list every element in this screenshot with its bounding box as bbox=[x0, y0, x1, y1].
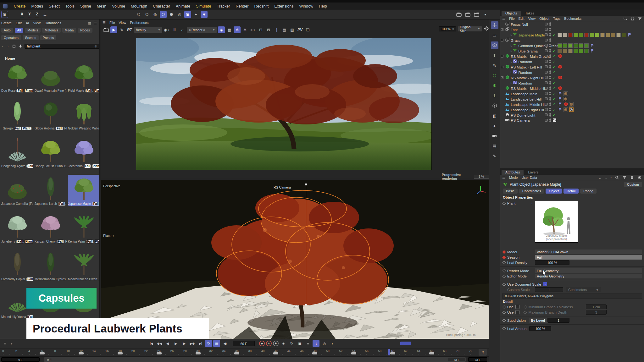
filter-chip-all[interactable]: All bbox=[15, 28, 24, 33]
asset-item[interactable]: Globe Robinia (Fall, Pl... bbox=[35, 99, 67, 130]
dither-icon[interactable]: ⠿ bbox=[171, 26, 178, 33]
material-thumbnail[interactable] bbox=[574, 43, 578, 48]
flag-tag-icon[interactable] bbox=[558, 102, 563, 106]
param-diamond-icon[interactable] bbox=[502, 319, 506, 322]
asset-item[interactable]: Japanese Larch (Fall, Pl... bbox=[35, 175, 67, 206]
enabled-check-icon[interactable]: ✓ bbox=[552, 113, 556, 117]
visibility-toggle-column[interactable] bbox=[545, 71, 548, 74]
om-menu-file[interactable]: File bbox=[509, 17, 515, 20]
object-tree-row[interactable]: └ Random✓ bbox=[500, 80, 644, 85]
rt-button[interactable]: RT bbox=[126, 26, 133, 33]
editor-render-dots[interactable] bbox=[549, 49, 551, 52]
material-thumbnail[interactable] bbox=[584, 43, 589, 48]
asset-menu-ai[interactable]: AI bbox=[26, 21, 29, 25]
panel-menu-icon[interactable]: ☰ bbox=[502, 16, 505, 20]
filter-chip-presets[interactable]: Presets bbox=[40, 35, 57, 40]
grid-icon[interactable]: ▦ bbox=[226, 26, 233, 33]
enabled-check-icon[interactable]: ✓ bbox=[552, 43, 556, 48]
tab-layers[interactable]: Layers bbox=[524, 170, 542, 175]
filter-chip-materials[interactable]: Materials bbox=[42, 28, 61, 33]
material-thumbnail[interactable] bbox=[606, 33, 610, 37]
keyframe-marker[interactable] bbox=[312, 352, 317, 354]
current-frame-field[interactable]: 60 F bbox=[233, 341, 255, 346]
key-scale-icon[interactable]: ▣ bbox=[296, 340, 303, 347]
fit-region-icon[interactable]: ⊠ bbox=[265, 26, 272, 33]
enabled-check-icon[interactable]: ✓ bbox=[552, 54, 556, 58]
asset-browser-sphere-icon[interactable]: ◕ bbox=[482, 11, 489, 18]
visibility-toggle-column[interactable] bbox=[545, 113, 548, 116]
timeline-scroll-indicator[interactable] bbox=[400, 342, 411, 345]
cube-tool-icon[interactable] bbox=[491, 41, 498, 49]
material-thumbnail[interactable] bbox=[563, 33, 567, 37]
param-diamond-icon[interactable] bbox=[502, 310, 506, 314]
rgb-channel-dropdown[interactable]: ◉▼ bbox=[163, 26, 170, 33]
sphere-tag-icon[interactable] bbox=[563, 97, 568, 101]
asset-item[interactable]: Golden Weeping Willo... bbox=[68, 99, 100, 130]
visibility-toggle-column[interactable] bbox=[545, 23, 548, 25]
editor-render-dots[interactable] bbox=[549, 102, 551, 106]
editor-render-dots[interactable] bbox=[549, 76, 551, 79]
perspective-viewport[interactable]: Perspective RS Camera Place ⌖ Grid Spaci… bbox=[101, 180, 489, 339]
editor-render-dots[interactable] bbox=[549, 65, 551, 69]
timeline-mode-icon[interactable]: ▸ bbox=[8, 340, 15, 347]
enabled-check-icon[interactable]: ✓ bbox=[552, 49, 556, 53]
object-tree-row[interactable]: RS Camera bbox=[500, 118, 644, 123]
crop-icon[interactable]: ⌐ bbox=[179, 26, 186, 33]
search-icon[interactable] bbox=[623, 16, 628, 20]
visibility-toggle-column[interactable] bbox=[545, 60, 548, 63]
menu-modes[interactable]: Modes bbox=[31, 4, 43, 8]
simulation-tool-icon[interactable]: ⬡ bbox=[491, 72, 498, 79]
asset-item[interactable]: Mediterranean Cypres... bbox=[35, 250, 67, 281]
visibility-toggle-column[interactable] bbox=[545, 76, 548, 79]
menu-character[interactable]: Character bbox=[153, 4, 170, 8]
use-document-scale-checkbox[interactable]: ✓ bbox=[543, 282, 547, 286]
object-tree-row[interactable]: Landscape Left Hill✓ bbox=[500, 96, 644, 101]
material-thumbnail[interactable] bbox=[584, 49, 589, 53]
asset-menu-create[interactable]: Create bbox=[1, 21, 12, 25]
attr-tab-phong[interactable]: Phong bbox=[580, 189, 597, 194]
simulation-balloon-icon[interactable]: ◍ bbox=[152, 11, 158, 18]
material-thumbnail[interactable] bbox=[600, 33, 605, 37]
menu-simulate[interactable]: Simulate bbox=[196, 4, 211, 8]
keyframe-marker[interactable] bbox=[390, 352, 395, 354]
play-icon[interactable]: ▶ bbox=[172, 340, 179, 347]
keyframe-diamond-icon[interactable] bbox=[502, 255, 506, 259]
panel-menu-icon[interactable]: ☰ bbox=[502, 175, 505, 179]
up-arrow-icon[interactable]: ↑ bbox=[610, 176, 612, 179]
enabled-check-icon[interactable]: ✓ bbox=[552, 102, 556, 107]
forward-arrow-icon[interactable]: → bbox=[604, 176, 608, 179]
filter-chip-scenes[interactable]: Scenes bbox=[23, 35, 39, 40]
rs-tag-icon[interactable] bbox=[558, 54, 563, 58]
material-thumbnail[interactable] bbox=[563, 49, 567, 53]
export-file-icon[interactable]: ❏ bbox=[304, 26, 311, 33]
object-tree-row[interactable]: − RS Matrix - Main Ground✓ bbox=[500, 53, 644, 59]
menu-redshift[interactable]: Redshift bbox=[254, 4, 269, 8]
editor-render-dots[interactable] bbox=[549, 38, 551, 42]
keyframe-marker[interactable] bbox=[429, 352, 434, 354]
object-tree-row[interactable]: Landscape Middle Hill✓ bbox=[500, 101, 644, 107]
editor-render-dots[interactable] bbox=[549, 28, 551, 31]
material-thumbnail[interactable] bbox=[558, 49, 562, 53]
timeline-menu-icon[interactable]: ≡ bbox=[1, 340, 8, 347]
enabled-check-icon[interactable]: ✓ bbox=[552, 91, 556, 96]
enabled-check-icon[interactable]: ✓ bbox=[552, 75, 556, 80]
filter-chip-media[interactable]: Media bbox=[62, 28, 76, 33]
attr-tab-object[interactable]: Object bbox=[546, 189, 562, 194]
record-icon[interactable]: ◆ bbox=[259, 341, 265, 346]
menu-spline[interactable]: Spline bbox=[80, 4, 91, 8]
object-tree-row[interactable]: RS Matrix - Middle Hill✓ bbox=[500, 85, 644, 91]
season-dropdown[interactable]: Fall bbox=[535, 255, 642, 260]
simulation-rope-icon[interactable]: ⬡ bbox=[143, 11, 150, 18]
editor-render-dots[interactable] bbox=[549, 113, 551, 117]
stripes-icon[interactable]: ∥ bbox=[273, 26, 280, 33]
enabled-check-icon[interactable]: ✓ bbox=[552, 65, 556, 69]
camera-tool-icon[interactable] bbox=[491, 132, 498, 140]
object-tree-row[interactable]: − RS Matrix - Left Hill✓ bbox=[500, 64, 644, 69]
attr-tab-basic[interactable]: Basic bbox=[503, 189, 518, 194]
home-icon[interactable] bbox=[630, 16, 635, 20]
range-end-input[interactable]: 72 F bbox=[468, 357, 487, 362]
object-tree-row[interactable]: └ Random✓ bbox=[500, 69, 644, 75]
render-settings-icon[interactable] bbox=[473, 11, 480, 18]
asset-item[interactable]: Kanzan Cherry (Fall, Pl... bbox=[35, 212, 67, 244]
editor-mode-dropdown[interactable]: Render Geometry bbox=[535, 274, 642, 278]
